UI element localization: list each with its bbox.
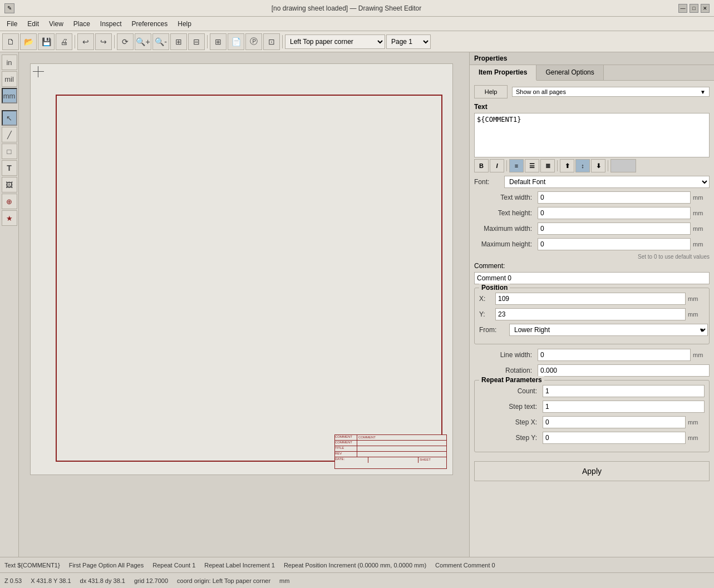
tool-image[interactable]: 🖼 [2,177,17,192]
max-width-input[interactable] [538,223,691,235]
minimize-button[interactable]: — [678,4,687,13]
tool-units-mm[interactable]: mm [2,88,17,103]
menubar: File Edit View Place Inspect Preferences… [0,17,714,31]
step-y-input[interactable] [543,432,686,444]
max-height-unit: mm [693,241,710,248]
x-unit: mm [688,295,705,302]
text-value: ${COMMENT1} [17,562,60,569]
menu-edit[interactable]: Edit [23,19,43,29]
color-picker[interactable] [610,159,636,172]
align-center-button[interactable]: ☰ [525,159,539,172]
step-x-input[interactable] [543,416,686,428]
zoom-in-button[interactable]: 🔍+ [135,33,151,50]
help-button[interactable]: Help [474,85,508,98]
align-left-button[interactable]: ≡ [509,159,524,172]
zoom-fit-button[interactable]: ⊞ [170,33,187,50]
step-y-row: Step Y: mm [479,432,705,444]
page-selector[interactable]: Page 1 [386,34,431,49]
tool-units-in[interactable]: in [2,55,17,70]
tool-page[interactable]: ⊕ [2,194,17,209]
apply-button[interactable]: Apply [474,461,710,481]
window-controls[interactable]: — □ ✕ [678,4,710,13]
align-right-button[interactable]: ≣ [540,159,555,172]
menu-place[interactable]: Place [69,19,95,29]
repeat-pos-label: Repeat Position Increment [284,562,356,569]
from-select[interactable]: Lower Right Upper Left Upper Right Lower… [509,324,708,336]
count-row: Count: [479,385,705,397]
save-button[interactable]: 💾 [38,33,55,50]
tab-general-options[interactable]: General Options [536,65,603,80]
sheet-selector[interactable]: Left Top paper corner [285,34,385,49]
tool-text[interactable]: T [2,160,17,176]
open-button[interactable]: 📂 [20,33,37,50]
menu-view[interactable]: View [45,19,68,29]
font-select[interactable]: Default Font [504,176,710,188]
text-height-unit: mm [693,210,710,216]
count-input[interactable] [543,385,705,397]
valign-top-button[interactable]: ⬆ [560,159,574,172]
line-width-label: Line width: [474,351,535,359]
menu-preferences[interactable]: Preferences [127,19,173,29]
tool-units-mil[interactable]: mil [2,71,17,87]
text-width-input[interactable] [538,191,691,204]
line-width-input[interactable] [538,349,691,361]
repeat-pos-value: (0.0000 mm, 0.0000 mm) [358,562,427,569]
canvas-area[interactable]: COMMENT COMMENT COMMENT TITLE REV [19,52,469,557]
y-input[interactable] [495,308,686,320]
zoom-actual-button[interactable]: ⊟ [188,33,205,50]
zoom-out-button[interactable]: 🔍- [152,33,169,50]
mode-button-2[interactable]: ⊡ [263,33,280,50]
print-button[interactable]: 🖨 [56,33,72,50]
dropdown-icon[interactable]: ▼ [700,89,706,95]
comment-input[interactable] [474,272,710,284]
tool-select[interactable]: ↖ [2,110,17,126]
text-width-unit: mm [693,194,710,201]
redo-button[interactable]: ↪ [95,33,112,50]
first-page-label: First Page Option [69,562,117,569]
valign-mid-button[interactable]: ↕ [575,159,590,172]
menu-inspect[interactable]: Inspect [96,19,126,29]
new-button[interactable]: 🗋 [2,33,19,50]
tab-item-properties[interactable]: Item Properties [470,65,536,81]
coord-origin-display: coord origin: Left Top paper corner [177,577,270,584]
step-y-label: Step Y: [479,434,540,442]
status-repeat-label: Repeat Label Increment 1 [204,562,275,569]
tool-line[interactable]: ╱ [2,127,17,142]
status-comment: Comment Comment 0 [435,562,495,569]
rotation-input[interactable] [538,364,710,377]
menu-help[interactable]: Help [173,19,196,29]
max-height-input[interactable] [538,238,691,250]
repeat-group: Repeat Parameters Count: Step text: Step… [474,380,710,452]
max-width-row: Maximum width: mm [474,223,710,235]
max-width-label: Maximum width: [474,225,535,233]
bold-button[interactable]: B [474,159,489,172]
y-unit: mm [688,311,705,318]
tabs: Item Properties General Options [470,65,714,81]
tool-special[interactable]: ★ [2,210,17,226]
refresh-button[interactable]: ⟳ [117,33,134,50]
drawing-border [56,95,442,462]
x-input[interactable] [495,293,686,305]
tool-rect[interactable]: □ [2,144,17,159]
panel-body: Help Show on all pages ▼ Text ${COMMENT1… [470,81,714,557]
mode-button-1[interactable]: Ⓟ [245,33,262,50]
comment-status-value: Comment 0 [464,562,495,569]
canvas[interactable]: COMMENT COMMENT COMMENT TITLE REV [19,52,469,557]
maximize-button[interactable]: □ [690,4,698,13]
italic-button[interactable]: I [490,159,504,172]
step-text-input[interactable] [543,401,705,413]
repeat-label-label: Repeat Label Increment [204,562,269,569]
text-height-label: Text height: [474,209,535,217]
menu-file[interactable]: File [2,19,22,29]
page-button[interactable]: 📄 [228,33,244,50]
text-height-input[interactable] [538,207,691,219]
grid-button[interactable]: ⊞ [210,33,226,50]
text-input[interactable]: ${COMMENT1} [474,113,710,157]
rotation-row: Rotation: [474,364,710,377]
valign-bot-button[interactable]: ⬇ [591,159,605,172]
main-area: in mil mm ↖ ╱ □ T 🖼 ⊕ ★ [0,52,714,557]
title-block: COMMENT COMMENT COMMENT TITLE REV [334,434,447,469]
line-width-row: Line width: mm [474,349,710,361]
undo-button[interactable]: ↩ [77,33,94,50]
close-button[interactable]: ✕ [701,4,710,13]
